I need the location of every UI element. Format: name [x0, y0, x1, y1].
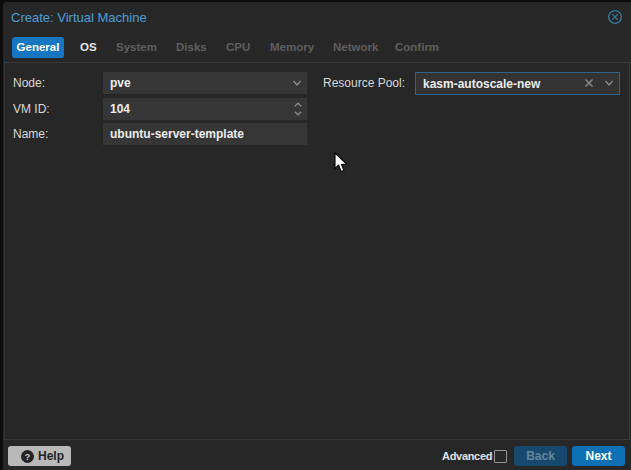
svg-text:?: ? [25, 451, 30, 461]
